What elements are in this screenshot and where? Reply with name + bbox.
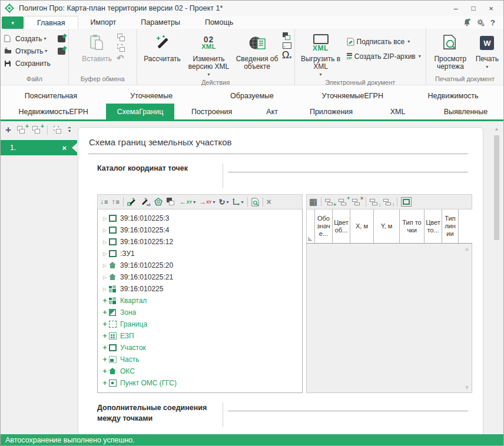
tree-add-item[interactable]: +Участок [101, 342, 302, 354]
close-button[interactable]: × [482, 4, 500, 13]
catalog-field-underline[interactable] [228, 172, 468, 188]
add-row-icon[interactable]: + [325, 198, 335, 206]
tab-prilozheniya[interactable]: Приложения [295, 104, 368, 119]
settings-gear-icon[interactable] [477, 19, 485, 26]
tree-item[interactable]: ▷39:16:010225:21 [101, 271, 302, 283]
tab-nedvizhimost[interactable]: Недвижимость [403, 88, 503, 104]
expander-icon[interactable]: ▷ [101, 216, 109, 221]
refresh-structure-icon[interactable] [282, 32, 292, 41]
tree-item[interactable]: ▷39:16:010225:12 [101, 236, 302, 248]
paste-button[interactable]: Вставить [79, 32, 114, 63]
rotate-icon[interactable]: ↻▾ [219, 198, 229, 207]
expander-icon[interactable]: ▷ [101, 239, 109, 245]
tab-poyasnitelnaya[interactable]: Пояснительная [1, 88, 101, 104]
move-row-down-icon[interactable]: ↓ [370, 198, 380, 206]
expand-table-icon[interactable] [403, 199, 410, 205]
object-info-button[interactable]: Сведения об объекте [234, 32, 281, 71]
close-icon[interactable]: × [62, 144, 67, 152]
plus-icon[interactable]: + [101, 344, 109, 352]
col-x[interactable]: X, м [350, 209, 374, 243]
file-menu-button[interactable]: ▾ [2, 16, 24, 29]
connections-field-underline[interactable] [228, 411, 468, 427]
add-section-icon[interactable]: + [5, 125, 11, 135]
calculate-button[interactable]: Рассчитать [141, 32, 184, 63]
plus-icon[interactable]: + [101, 379, 109, 387]
tree-add-item[interactable]: +Пункт ОМС (ГГС) [101, 377, 302, 389]
tab-akt[interactable]: Акт [250, 104, 295, 119]
scroll-down-icon[interactable]: ▼ [464, 384, 470, 391]
create-button[interactable]: Создать ▾ [4, 32, 65, 45]
move-row-up-icon[interactable]: ↑ [383, 198, 393, 206]
tab-utochnyaemye-egrn[interactable]: УточняемыеЕГРН [302, 88, 403, 104]
section-item-1[interactable]: 1. × [1, 140, 77, 155]
chevron-down-icon[interactable]: ▾ [44, 36, 47, 41]
minimize-button[interactable]: – [447, 4, 465, 13]
tree-add-item[interactable]: +ЕЗП [101, 330, 302, 342]
tab-glavnaya[interactable]: Главная [24, 16, 78, 29]
tab-postroeniya[interactable]: Построения [174, 104, 250, 119]
table-icon[interactable]: ▦ [309, 197, 317, 207]
plus-icon[interactable]: + [101, 320, 109, 328]
delete-row-icon[interactable]: × [352, 198, 362, 206]
plus-icon[interactable]: + [101, 367, 109, 375]
tree-add-item[interactable]: +Зона [101, 307, 302, 318]
export-xml-button[interactable]: XML Выгрузить в XML ▾ [299, 32, 343, 78]
import-into-icon[interactable]: → [283, 42, 291, 49]
tab-shema-granic[interactable]: СхемаГраниц [106, 104, 174, 119]
copy-structure-icon[interactable] [166, 198, 176, 206]
save-button[interactable]: Сохранить [4, 57, 65, 69]
undo-icon[interactable]: ↶ [117, 55, 127, 62]
scroll-up-icon[interactable]: ▲ [464, 245, 470, 252]
plus-icon[interactable]: + [101, 308, 109, 317]
change-xml-version-button[interactable]: 02 XML Изменить версию XML ▾ [184, 32, 234, 78]
tree-item[interactable]: ▷39:16:010225:20 [101, 259, 302, 271]
chevron-down-icon[interactable]: ▾ [45, 48, 47, 54]
notifications-bell-icon[interactable] [463, 18, 471, 26]
open-recent-icon[interactable] [58, 48, 65, 55]
paste-special-icon[interactable] [117, 44, 127, 52]
export-xy-icon[interactable]: →XY▾ [199, 198, 215, 206]
plus-icon[interactable]: + [101, 297, 109, 305]
expander-icon[interactable]: ▷ [101, 251, 109, 257]
col-line-type[interactable]: Тип линии [442, 209, 459, 243]
tree-item[interactable]: ▷39:16:010225:4 [101, 224, 302, 236]
plus-icon[interactable]: + [101, 332, 109, 340]
tab-pomosch[interactable]: Помощь [193, 16, 246, 29]
scrollbar-thumb[interactable] [494, 135, 499, 240]
renumber-h1-wand-icon[interactable]: н1 [140, 198, 151, 207]
import-xy-icon[interactable]: ←XY▾ [180, 198, 195, 206]
expander-icon[interactable]: ▷ [101, 287, 109, 292]
tree-add-item[interactable]: +Квартал [101, 295, 302, 307]
tree-add-item[interactable]: +ОКС [101, 365, 302, 377]
expander-icon[interactable]: ▷ [101, 275, 109, 280]
col-y[interactable]: Y, м [374, 209, 400, 243]
new-from-template-icon[interactable] [58, 35, 65, 42]
sort-points-up-icon[interactable]: ↑≡ [111, 198, 119, 206]
col-point-type[interactable]: Тип точки [400, 209, 425, 243]
tree-item[interactable]: ▷39:16:010225:3 [101, 212, 302, 224]
delete-icon[interactable]: × [267, 197, 271, 207]
tab-utochnyaemye[interactable]: Уточняемые [101, 88, 202, 104]
copy-icon[interactable] [117, 34, 127, 42]
col-object-color[interactable]: Цвет об... [333, 209, 350, 243]
tab-obrazuemye[interactable]: Образуемые [202, 88, 303, 104]
tab-parametry[interactable]: Параметры [128, 16, 193, 29]
tab-import[interactable]: Импорт [78, 16, 129, 29]
sidebar-overflow-icon[interactable]: ▾ [68, 127, 71, 134]
tree-add-item[interactable]: +Граница [101, 318, 302, 330]
axes-icon[interactable]: ▾ [232, 198, 243, 206]
expander-icon[interactable]: ▷ [101, 228, 109, 233]
plus-icon[interactable]: + [101, 355, 109, 364]
expander-icon[interactable]: ▷ [101, 263, 109, 268]
open-button[interactable]: Открыть ▾ [4, 45, 65, 57]
sort-points-down-icon[interactable]: ↓≡ [100, 198, 108, 206]
vertical-scrollbar[interactable]: ▲ [493, 126, 500, 435]
table-body-empty[interactable]: ▲ ▼ [306, 244, 472, 393]
paste-section-icon[interactable] [53, 126, 63, 134]
sign-all-button[interactable]: Подписать все ▾ [347, 34, 421, 49]
drawing-preview-button[interactable]: Просмотр чертежа [430, 32, 471, 71]
tree-item[interactable]: ▷:ЗУ1 [101, 248, 302, 259]
tab-vyyavlennye[interactable]: Выявленные [428, 104, 503, 119]
tab-xml[interactable]: XML [367, 104, 427, 119]
create-zip-button[interactable]: ZIP Создать ZIP-архив ▾ [347, 49, 421, 64]
